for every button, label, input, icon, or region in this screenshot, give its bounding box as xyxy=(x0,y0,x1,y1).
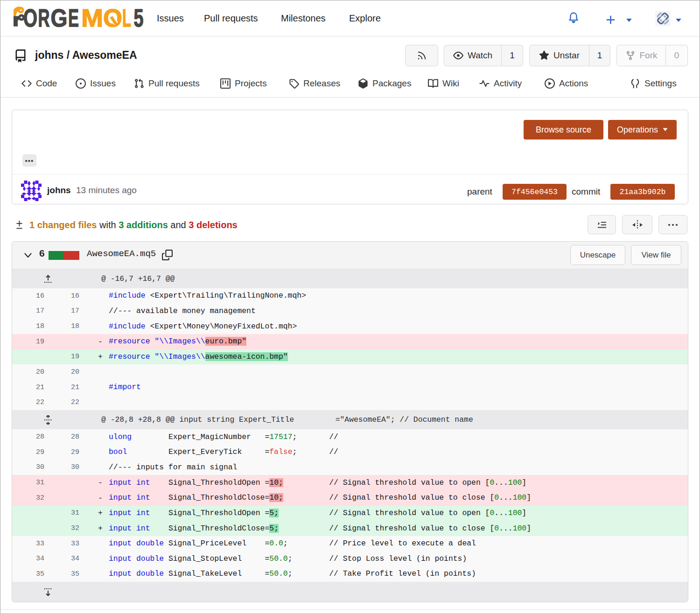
svg-text:R: R xyxy=(38,4,50,32)
svg-text:O: O xyxy=(23,4,37,32)
svg-text:E: E xyxy=(68,4,79,32)
svg-text:M: M xyxy=(81,4,103,32)
svg-text:5: 5 xyxy=(134,4,144,32)
svg-text:L: L xyxy=(122,4,131,32)
svg-text:G: G xyxy=(51,4,68,32)
